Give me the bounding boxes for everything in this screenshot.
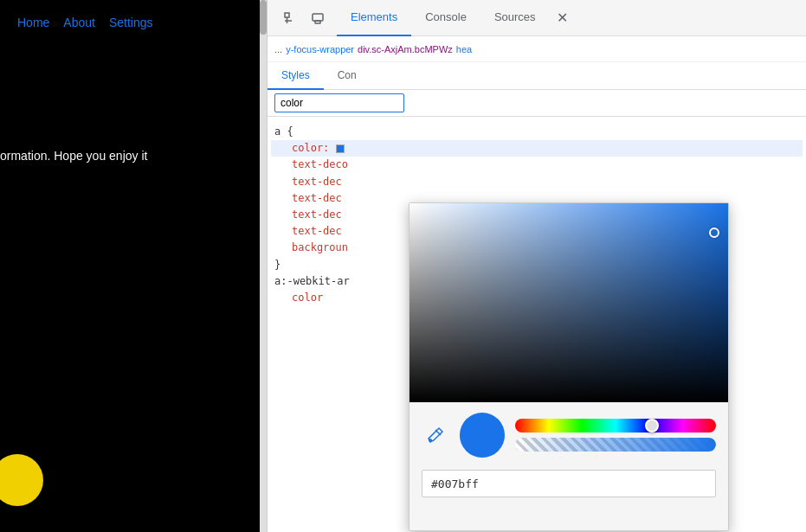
css-filter-row (268, 90, 806, 117)
breadcrumb: ... y-focus-wrapper div.sc-AxjAm.bcMPWz … (268, 36, 806, 62)
svg-rect-3 (313, 14, 323, 21)
devtools-main-content: a { color: text-deco text-dec text-dec (268, 90, 806, 532)
device-toolbar-icon[interactable] (306, 6, 330, 30)
css-panel-tabs: Styles Con (268, 62, 806, 90)
css-textdeco1-row: text-deco (274, 157, 799, 173)
devtools-icon-buttons (271, 6, 337, 30)
tab-sources-label: Sources (494, 10, 536, 23)
breadcrumb-item1[interactable]: y-focus-wrapper (286, 44, 354, 54)
hex-input[interactable] (422, 470, 716, 497)
css-color-prop: color: (274, 142, 329, 154)
tab-sources[interactable]: Sources (480, 0, 550, 36)
gradient-background (409, 203, 728, 402)
yellow-circle-decoration (0, 454, 43, 506)
css-rule-selector: a { (274, 124, 799, 140)
devtools-close-button[interactable]: ✕ (550, 0, 575, 36)
alpha-slider-inner (515, 438, 716, 452)
tab-console[interactable]: Console (411, 0, 480, 36)
alpha-slider[interactable] (515, 438, 716, 452)
css-textdeco2: text-dec (274, 176, 342, 188)
color-preview (460, 413, 505, 458)
css-textdeco5: text-dec (274, 225, 342, 237)
color-cursor (709, 228, 719, 238)
hex-input-row (409, 465, 728, 508)
devtools-tabs-bar: Elements Console Sources ✕ (268, 0, 806, 36)
tab-elements[interactable]: Elements (337, 0, 411, 36)
color-swatch[interactable] (336, 144, 345, 153)
tab-elements-label: Elements (351, 10, 397, 23)
css-selector2: a:-webkit-ar (274, 275, 350, 287)
svg-rect-0 (285, 13, 289, 17)
css-textdeco1: text-deco (274, 158, 348, 170)
color-sliders (515, 419, 716, 452)
nav-home[interactable]: Home (17, 16, 49, 29)
website-content: ormation. Hope you enjoy it (0, 45, 267, 163)
svg-rect-4 (315, 21, 320, 23)
css-filter-input[interactable] (274, 93, 404, 112)
scrollbar-track (260, 0, 267, 532)
color-gradient-canvas[interactable] (409, 203, 728, 402)
css-tab-styles[interactable]: Styles (268, 62, 324, 90)
breadcrumb-item3[interactable]: hea (456, 44, 472, 54)
website-preview: Home About Settings ormation. Hope you e… (0, 0, 267, 532)
css-brace: } (274, 259, 280, 271)
css-tab-styles-label: Styles (281, 69, 310, 81)
css-background-prop: backgroun (274, 241, 348, 253)
color-picker (409, 202, 729, 531)
css-selector-a: a { (274, 125, 293, 138)
breadcrumb-item2[interactable]: div.sc-AxjAm.bcMPWz (358, 44, 453, 54)
eyedropper-button[interactable] (422, 421, 449, 449)
tab-console-label: Console (425, 10, 467, 23)
color-controls (409, 402, 728, 465)
content-text: ormation. Hope you enjoy it (0, 149, 147, 163)
hue-slider[interactable] (515, 419, 716, 433)
devtools-panel: Elements Console Sources ✕ ... y-focus-w… (267, 0, 806, 532)
css-tab-computed-label: Con (338, 69, 357, 81)
hue-thumb (645, 419, 659, 433)
svg-point-6 (429, 439, 432, 442)
css-textdeco3: text-dec (274, 192, 342, 204)
nav-settings[interactable]: Settings (109, 16, 153, 29)
css-color-row[interactable]: color: (271, 140, 803, 157)
css-color2-prop: color (274, 292, 323, 304)
website-nav: Home About Settings (0, 0, 267, 45)
svg-line-5 (435, 430, 441, 435)
css-textdeco4: text-dec (274, 208, 342, 221)
breadcrumb-ellipsis: ... (274, 44, 282, 54)
css-textdeco2-row: text-dec (274, 174, 799, 190)
element-picker-icon[interactable] (278, 6, 302, 30)
nav-about[interactable]: About (63, 16, 95, 29)
css-tab-computed[interactable]: Con (324, 62, 371, 90)
scrollbar-thumb[interactable] (260, 0, 267, 35)
close-icon: ✕ (557, 10, 568, 26)
